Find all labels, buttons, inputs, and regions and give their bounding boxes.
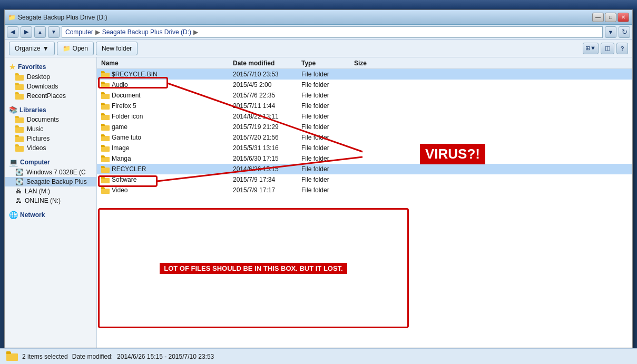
file-row-gametuto[interactable]: Game tuto 2015/7/20 21:56 File folder	[97, 132, 632, 143]
col-header-type[interactable]: Type	[301, 60, 354, 67]
sidebar-network-header[interactable]: 🌐 Network	[5, 210, 96, 220]
network-icon: 🌐	[9, 211, 18, 219]
sidebar-item-c-drive[interactable]: 💽 Windows 7 0328E (C	[5, 168, 96, 177]
music-folder-icon	[15, 125, 24, 133]
preview-pane-button[interactable]: ◫	[601, 43, 614, 54]
minimize-button[interactable]: —	[592, 13, 604, 22]
path-computer: Computer	[65, 28, 93, 36]
file-row-image[interactable]: Image 2015/5/31 13:16 File folder	[97, 143, 632, 153]
file-name-game: game	[101, 123, 233, 131]
path-sep-2: ▶	[193, 28, 198, 36]
sidebar-item-seagate[interactable]: 💽 Seagate Backup Plus	[5, 177, 96, 186]
online-drive-icon: 🖧	[15, 197, 22, 204]
documents-label: Documents	[27, 116, 59, 123]
main-area: ★ Favorites Desktop Downloads RecentPlac…	[5, 57, 632, 348]
sidebar-item-videos[interactable]: Videos	[5, 143, 96, 153]
recent-locations-button[interactable]: ▼	[48, 26, 60, 38]
recycler-folder-icon	[101, 166, 110, 173]
downloads-label: Downloads	[27, 83, 58, 90]
back-button[interactable]: ◀	[7, 26, 18, 38]
game-folder-icon	[101, 124, 110, 131]
file-name-recycler: RECYCLER	[101, 165, 233, 173]
image-folder-icon	[101, 145, 110, 152]
libraries-label: Libraries	[19, 106, 46, 114]
address-dropdown[interactable]: ▼	[605, 26, 616, 38]
file-row-recycler[interactable]: RECYCLER 2014/6/26 15:15 File folder	[97, 164, 632, 174]
sidebar-favorites-header[interactable]: ★ Favorites	[5, 62, 96, 72]
open-button[interactable]: 📁 Open	[57, 42, 94, 55]
file-name-firefox5: Firefox 5	[101, 102, 233, 110]
refresh-button[interactable]: ↻	[619, 26, 630, 38]
column-headers: Name Date modified Type Size	[97, 57, 632, 69]
status-bar: 2 items selected Date modified: 2014/6/2…	[0, 348, 637, 364]
file-row-game[interactable]: game 2015/7/19 21:29 File folder	[97, 122, 632, 132]
file-row-folder-icon[interactable]: Folder icon 2014/8/22 13:11 File folder	[97, 111, 632, 122]
c-drive-icon: 💽	[15, 169, 23, 176]
view-options-button[interactable]: ⊞▼	[583, 43, 599, 54]
favorites-label: Favorites	[18, 63, 46, 71]
content-pane: Name Date modified Type Size $RECYCLE.BI…	[97, 57, 632, 348]
recycle-bin-folder-icon	[101, 71, 110, 78]
open-label: Open	[73, 45, 88, 52]
status-date-range: 2014/6/26 15:15 - 2015/7/10 23:53	[117, 353, 214, 360]
col-header-size[interactable]: Size	[354, 60, 396, 67]
file-row-recycle-bin[interactable]: $RECYCLE.BIN 2015/7/10 23:53 File folder	[97, 69, 632, 80]
col-header-name[interactable]: Name	[101, 60, 233, 67]
sidebar: ★ Favorites Desktop Downloads RecentPlac…	[5, 57, 97, 348]
software-folder-icon	[101, 176, 110, 183]
organize-button[interactable]: Organize ▼	[9, 42, 55, 55]
file-row-video[interactable]: Video 2015/7/9 17:17 File folder	[97, 185, 632, 195]
sidebar-item-lan[interactable]: 🖧 LAN (M:)	[5, 186, 96, 196]
file-row-software[interactable]: Software 2015/7/9 17:34 File folder	[97, 174, 632, 185]
sidebar-item-documents[interactable]: Documents	[5, 115, 96, 124]
status-items-selected: 2 items selected	[22, 353, 68, 360]
sidebar-favorites-section: ★ Favorites Desktop Downloads RecentPlac…	[5, 62, 96, 101]
address-path[interactable]: Computer ▶ Seagate Backup Plus Drive (D:…	[62, 26, 603, 38]
favorites-icon: ★	[9, 63, 16, 71]
browser-bar	[0, 0, 637, 9]
file-name-audio: Audio	[101, 81, 233, 88]
window-title-icon: 📁	[8, 14, 16, 21]
sidebar-item-downloads[interactable]: Downloads	[5, 82, 96, 91]
col-header-date[interactable]: Date modified	[233, 60, 301, 67]
title-bar-left: 📁 Seagate Backup Plus Drive (D:)	[8, 14, 107, 21]
seagate-label: Seagate Backup Plus	[26, 178, 87, 185]
file-list: $RECYCLE.BIN 2015/7/10 23:53 File folder…	[97, 69, 632, 348]
help-button[interactable]: ?	[616, 43, 628, 54]
file-name-folder-icon: Folder icon	[101, 113, 233, 120]
manga-folder-icon	[101, 155, 110, 162]
new-folder-button[interactable]: New folder	[96, 42, 138, 55]
sidebar-item-music[interactable]: Music	[5, 124, 96, 134]
computer-label: Computer	[20, 159, 50, 166]
maximize-button[interactable]: □	[605, 13, 616, 22]
sidebar-libraries-header[interactable]: 📚 Libraries	[5, 105, 96, 115]
up-button[interactable]: ▲	[34, 26, 46, 38]
sidebar-computer-section: 💻 Computer 💽 Windows 7 0328E (C 💽 Seagat…	[5, 157, 96, 205]
network-label: Network	[20, 211, 45, 219]
foldericon-folder-icon	[101, 113, 110, 120]
file-row-audio[interactable]: Audio 2015/4/5 2:00 File folder	[97, 80, 632, 90]
file-row-firefox5[interactable]: Firefox 5 2015/7/11 1:44 File folder	[97, 101, 632, 111]
window-title: Seagate Backup Plus Drive (D:)	[18, 14, 107, 21]
online-label: ONLINE (N:)	[25, 197, 61, 204]
sidebar-item-desktop[interactable]: Desktop	[5, 72, 96, 82]
status-date-modified-label: Date modified:	[72, 353, 113, 360]
firefox5-folder-icon	[101, 103, 110, 110]
sidebar-computer-header[interactable]: 💻 Computer	[5, 157, 96, 168]
pictures-label: Pictures	[27, 135, 50, 142]
file-row-manga[interactable]: Manga 2015/6/30 17:15 File folder	[97, 153, 632, 164]
forward-button[interactable]: ▶	[21, 26, 32, 38]
open-icon: 📁	[63, 45, 71, 52]
sidebar-item-online[interactable]: 🖧 ONLINE (N:)	[5, 196, 96, 205]
document-folder-icon	[101, 92, 110, 99]
sidebar-item-recentplaces[interactable]: RecentPlaces	[5, 91, 96, 101]
sidebar-item-pictures[interactable]: Pictures	[5, 134, 96, 143]
file-row-document[interactable]: Document 2015/7/6 22:35 File folder	[97, 90, 632, 101]
explorer-window: 📁 Seagate Backup Plus Drive (D:) — □ ✕ ◀…	[4, 9, 633, 348]
close-button[interactable]: ✕	[618, 13, 629, 22]
toolbar-right: ⊞▼ ◫ ?	[583, 43, 628, 54]
file-name-manga: Manga	[101, 155, 233, 162]
seagate-drive-icon: 💽	[15, 178, 23, 185]
desktop-folder-icon	[15, 73, 24, 81]
toolbar: Organize ▼ 📁 Open New folder ⊞▼ ◫ ?	[5, 40, 632, 57]
